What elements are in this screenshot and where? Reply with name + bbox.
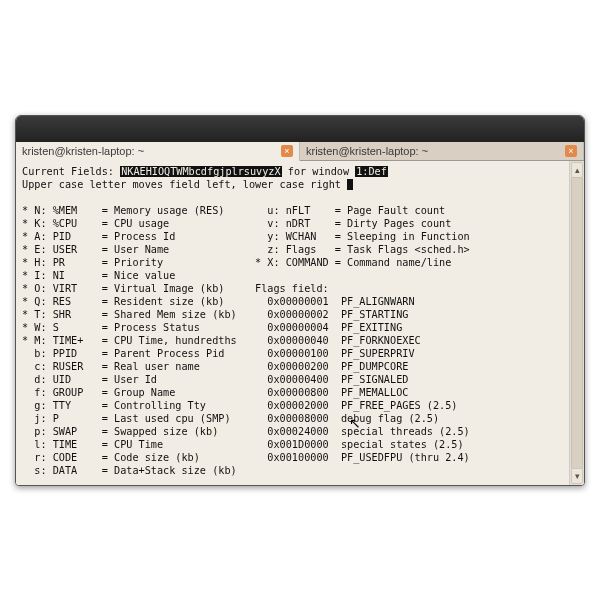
close-icon[interactable]: × [565,145,577,157]
field-row: g: TTY = Controlling Tty 0x00002000 PF_F… [22,400,457,411]
field-row: * K: %CPU = CPU usage v: nDRT = Dirty Pa… [22,218,451,229]
tab-title: kristen@kristen-laptop: ~ [306,145,561,157]
scroll-down-icon[interactable]: ▾ [571,468,583,484]
scrollbar[interactable]: ▴ ▾ [569,161,584,485]
for-window-label: for window [282,166,356,177]
text-cursor [347,179,353,190]
field-row: s: DATA = Data+Stack size (kb) [22,465,255,476]
field-row: * A: PID = Process Id y: WCHAN = Sleepin… [22,231,470,242]
field-row: * H: PR = Priority * X: COMMAND = Comman… [22,257,451,268]
field-row: f: GROUP = Group Name 0x00000800 PF_MEMA… [22,387,408,398]
terminal-tab-2[interactable]: kristen@kristen-laptop: ~ × [300,142,584,160]
terminal-output[interactable]: Current Fields: NKAEHIOQTWMbcdfgjplrsuvy… [16,161,569,485]
field-row: * E: USER = User Name z: Flags = Task Fl… [22,244,470,255]
field-row: * O: VIRT = Virtual Image (kb) Flags fie… [22,283,329,294]
field-row: * I: NI = Nice value [22,270,255,281]
window-id: 1:Def [355,166,388,177]
field-row: p: SWAP = Swapped size (kb) 0x00024000 s… [22,426,470,437]
terminal-tab-1[interactable]: kristen@kristen-laptop: ~ × [16,142,300,161]
field-row: * T: SHR = Shared Mem size (kb) 0x000000… [22,309,408,320]
tab-bar: kristen@kristen-laptop: ~ × kristen@kris… [16,142,584,161]
field-row: l: TIME = CPU Time 0x001D0000 special st… [22,439,464,450]
instruction-text: Upper case letter moves field left, lowe… [22,179,347,190]
field-row: d: UID = User Id 0x00000400 PF_SIGNALED [22,374,408,385]
field-row: j: P = Last used cpu (SMP) 0x00008000 de… [22,413,439,424]
field-row: * M: TIME+ = CPU Time, hundredths 0x0000… [22,335,421,346]
window-titlebar[interactable] [16,116,584,142]
scroll-thumb[interactable] [571,177,583,469]
field-row: b: PPID = Parent Process Pid 0x00000100 … [22,348,415,359]
terminal-window: kristen@kristen-laptop: ~ × kristen@kris… [15,115,585,486]
tab-title: kristen@kristen-laptop: ~ [22,145,277,157]
field-row: * Q: RES = Resident size (kb) 0x00000001… [22,296,415,307]
current-fields-value: NKAEHIOQTWMbcdfgjplrsuvyzX [120,166,281,177]
current-fields-label: Current Fields: [22,166,120,177]
scroll-up-icon[interactable]: ▴ [571,162,583,178]
close-icon[interactable]: × [281,145,293,157]
field-row: c: RUSER = Real user name 0x00000200 PF_… [22,361,408,372]
field-row: * W: S = Process Status 0x00000004 PF_EX… [22,322,402,333]
field-row: * N: %MEM = Memory usage (RES) u: nFLT =… [22,205,445,216]
field-row: r: CODE = Code size (kb) 0x00100000 PF_U… [22,452,470,463]
